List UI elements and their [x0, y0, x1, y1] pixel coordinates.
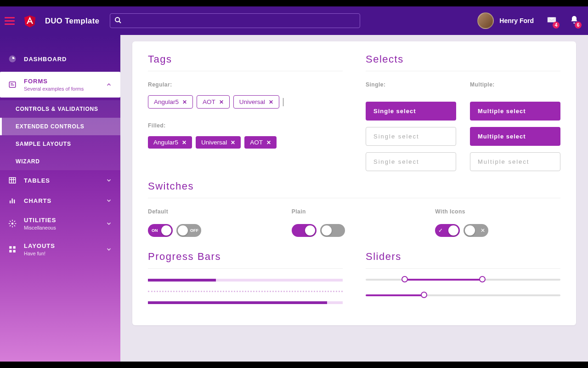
- chevron-down-icon: [106, 177, 112, 184]
- svg-rect-17: [13, 246, 16, 248]
- sidebar-subitem-extended-controls[interactable]: EXTENDED CONTROLS: [0, 118, 120, 135]
- slider-handle[interactable]: [421, 292, 427, 298]
- single-slider[interactable]: [366, 294, 560, 296]
- sidebar: DASHBOARD FORMS Several examples of form…: [0, 35, 120, 362]
- brand-title: DUO Template: [45, 17, 99, 25]
- avatar: [477, 12, 494, 29]
- mail-button[interactable]: 4: [547, 15, 557, 27]
- tag-item[interactable]: Universal✕: [233, 95, 279, 109]
- progress-section-title: Progress Bars: [148, 251, 343, 263]
- svg-rect-13: [12, 199, 13, 204]
- progress-bar: [148, 301, 343, 304]
- tags-regular-label: Regular:: [148, 81, 343, 88]
- tag-item[interactable]: Angular5✕: [148, 95, 193, 109]
- slider-handle[interactable]: [479, 276, 486, 282]
- progress-bar: [148, 291, 343, 292]
- svg-line-3: [119, 21, 121, 23]
- switch-toggle[interactable]: [292, 224, 317, 237]
- sidebar-item-label: UTILITIES: [24, 217, 56, 224]
- multiple-select-button[interactable]: Multiple select: [470, 152, 560, 171]
- slider-handle[interactable]: [401, 276, 408, 282]
- search-input[interactable]: [110, 13, 360, 28]
- sidebar-item-layouts[interactable]: LAYOUTS Have fun!: [0, 236, 120, 262]
- sidebar-subitem-sample-layouts[interactable]: SAMPLE LAYOUTS: [0, 135, 120, 153]
- close-icon[interactable]: ✕: [231, 139, 235, 146]
- utilities-icon: [8, 219, 17, 228]
- switch-toggle[interactable]: OFF: [176, 224, 201, 237]
- tag-item[interactable]: Angular5✕: [148, 136, 192, 149]
- user-menu[interactable]: Henry Ford: [477, 12, 534, 29]
- switch-icons-label: With Icons: [435, 208, 560, 215]
- tags-section-title: Tags: [148, 53, 343, 65]
- selects-section-title: Selects: [366, 53, 560, 65]
- progress-bar: [148, 279, 343, 282]
- multiple-select-button[interactable]: Multiple select: [470, 127, 560, 146]
- sliders-section-title: Sliders: [366, 251, 560, 263]
- sidebar-item-dashboard[interactable]: DASHBOARD: [0, 49, 120, 69]
- search-icon: [114, 17, 122, 24]
- close-icon: ✕: [481, 227, 485, 234]
- sidebar-subitem-wizard[interactable]: WIZARD: [0, 153, 120, 170]
- svg-rect-14: [14, 200, 15, 203]
- switch-plain-label: Plain: [292, 208, 417, 215]
- sidebar-item-utilities[interactable]: UTILITIES Miscellaneous: [0, 211, 120, 236]
- multiple-select-button[interactable]: Multiple select: [470, 102, 560, 121]
- switch-default-label: Default: [148, 208, 273, 215]
- username: Henry Ford: [499, 17, 534, 24]
- sidebar-item-label: FORMS: [24, 78, 84, 85]
- select-single-label: Single:: [366, 81, 456, 88]
- tags-filled-label: Filled:: [148, 122, 343, 129]
- tag-item[interactable]: AOT✕: [244, 136, 277, 149]
- chevron-down-icon: [106, 246, 112, 253]
- sidebar-item-label: LAYOUTS: [24, 242, 55, 249]
- svg-rect-19: [13, 250, 16, 253]
- tag-input-cursor[interactable]: [283, 98, 283, 106]
- sidebar-item-tables[interactable]: TABLES: [0, 170, 120, 190]
- tag-item[interactable]: AOT✕: [197, 95, 230, 109]
- sidebar-item-label: CHARTS: [24, 197, 51, 204]
- sidebar-item-forms[interactable]: FORMS Several examples of forms: [0, 72, 120, 98]
- notifications-button[interactable]: 6: [570, 15, 579, 27]
- dashboard-icon: [8, 55, 17, 63]
- app-header: DUO Template Henry Ford 4 6: [0, 6, 588, 35]
- angular-logo-icon: [23, 13, 37, 29]
- close-icon[interactable]: ✕: [219, 99, 224, 105]
- close-icon[interactable]: ✕: [182, 99, 187, 105]
- close-icon[interactable]: ✕: [182, 139, 187, 146]
- sidebar-item-label: DASHBOARD: [24, 56, 67, 63]
- forms-icon: [8, 80, 17, 89]
- svg-rect-12: [10, 201, 11, 203]
- chevron-down-icon: [106, 220, 112, 227]
- check-icon: ✓: [438, 227, 443, 234]
- switch-toggle[interactable]: ON: [148, 224, 173, 237]
- single-select-button[interactable]: Single select: [366, 127, 456, 146]
- layouts-icon: [8, 245, 17, 253]
- svg-point-15: [11, 223, 14, 225]
- sidebar-subitem-controls-validations[interactable]: CONTROLS & VALIDATIONS: [0, 100, 120, 118]
- charts-icon: [8, 196, 17, 205]
- sidebar-item-label: TABLES: [24, 177, 50, 184]
- svg-rect-18: [9, 250, 11, 253]
- close-icon[interactable]: ✕: [269, 99, 273, 105]
- tables-icon: [8, 176, 17, 184]
- close-icon[interactable]: ✕: [266, 139, 271, 146]
- single-select-button[interactable]: Single select: [366, 102, 456, 121]
- chevron-down-icon: [106, 197, 112, 204]
- svg-point-2: [115, 17, 119, 22]
- chevron-up-icon: [106, 81, 112, 88]
- svg-rect-8: [9, 178, 16, 183]
- svg-rect-16: [9, 246, 11, 248]
- single-select-button[interactable]: Single select: [366, 152, 456, 171]
- switches-section-title: Switches: [148, 180, 560, 192]
- select-multiple-label: Multiple:: [470, 81, 560, 88]
- range-slider[interactable]: [366, 279, 560, 281]
- switch-toggle[interactable]: [320, 224, 345, 237]
- menu-toggle-button[interactable]: [5, 15, 15, 27]
- switch-toggle[interactable]: ✓: [435, 224, 460, 237]
- tag-item[interactable]: Universal✕: [196, 136, 241, 149]
- switch-toggle[interactable]: ✕: [464, 224, 488, 237]
- sidebar-item-charts[interactable]: CHARTS: [0, 190, 120, 211]
